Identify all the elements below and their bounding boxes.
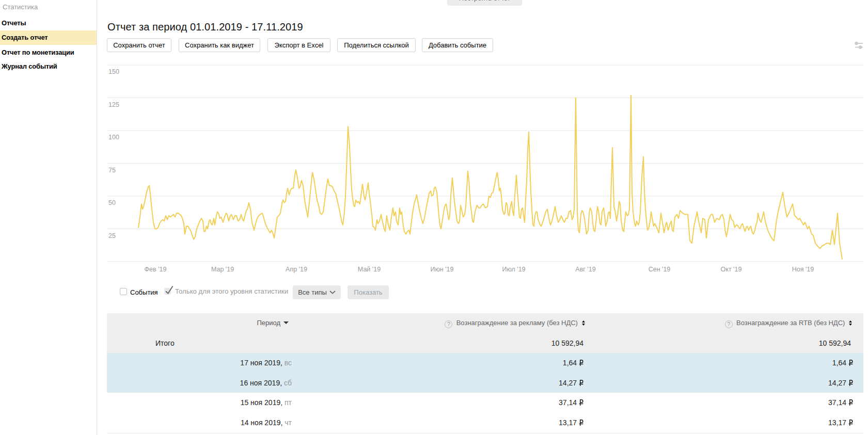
- svg-text:Ноя '19: Ноя '19: [792, 266, 814, 273]
- svg-text:50: 50: [108, 199, 116, 206]
- svg-text:Май '19: Май '19: [358, 266, 381, 273]
- svg-text:Мар '19: Мар '19: [211, 266, 234, 273]
- svg-text:Сен '19: Сен '19: [649, 266, 671, 273]
- svg-text:Фев '19: Фев '19: [145, 266, 167, 273]
- svg-text:Апр '19: Апр '19: [286, 266, 307, 273]
- svg-text:Авг '19: Авг '19: [575, 266, 595, 273]
- svg-text:100: 100: [108, 134, 119, 141]
- svg-text:Июн '19: Июн '19: [430, 266, 453, 273]
- svg-text:150: 150: [108, 68, 119, 75]
- svg-text:125: 125: [108, 101, 119, 108]
- svg-text:Июл '19: Июл '19: [502, 266, 525, 273]
- svg-text:25: 25: [108, 232, 116, 239]
- svg-text:75: 75: [108, 167, 116, 174]
- svg-text:Окт '19: Окт '19: [721, 266, 742, 273]
